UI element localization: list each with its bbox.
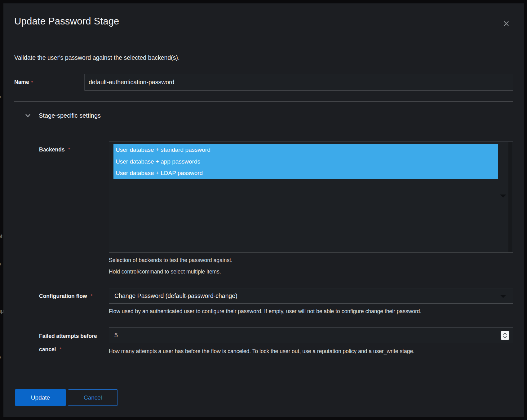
name-input[interactable]	[84, 74, 513, 90]
chevron-up-icon	[503, 333, 507, 335]
backends-multiselect[interactable]: User database + standard password User d…	[109, 141, 513, 252]
background-text-fragment: ti	[0, 139, 3, 147]
number-stepper[interactable]	[501, 331, 509, 340]
listbox-scrollbar[interactable]	[508, 142, 512, 252]
failed-attempts-input[interactable]	[109, 327, 513, 343]
update-button[interactable]: Update	[15, 389, 66, 406]
backend-option[interactable]: User database + LDAP password	[113, 167, 498, 179]
caret-down-icon	[500, 195, 506, 198]
stage-specific-settings-toggle[interactable]: Stage-specific settings	[22, 110, 101, 121]
backend-option[interactable]: User database + standard password	[113, 144, 498, 156]
update-password-stage-modal: Update Password Stage Validate the user'…	[3, 3, 524, 417]
required-asterisk: *	[91, 293, 92, 298]
failed-attempts-label: Failed attempts before cancel *	[39, 330, 111, 356]
configuration-flow-help: Flow used by an authenticated user to co…	[109, 306, 421, 317]
required-asterisk: *	[69, 147, 70, 152]
name-label: Name *	[14, 74, 33, 90]
modal-title: Update Password Stage	[14, 16, 119, 27]
modal-description: Validate the user's password against the…	[14, 53, 179, 62]
failed-attempts-help: How many attempts a user has before the …	[109, 346, 414, 357]
configuration-flow-select[interactable]: Change Password (default-password-change…	[109, 288, 513, 304]
section-title: Stage-specific settings	[39, 112, 101, 119]
caret-down-icon	[500, 295, 506, 298]
close-icon	[503, 20, 510, 27]
backends-help: Selection of backends to test the passwo…	[109, 255, 232, 278]
background-text-fragment: ot	[0, 233, 3, 240]
backends-label: Backends *	[39, 147, 70, 153]
backend-option[interactable]: User database + app passwords	[113, 156, 498, 168]
divider	[14, 101, 513, 102]
cancel-button[interactable]: Cancel	[68, 389, 118, 406]
required-asterisk: *	[31, 80, 33, 85]
required-asterisk: *	[60, 346, 61, 352]
background-text-fragment: up	[0, 307, 3, 315]
close-button[interactable]	[500, 18, 512, 29]
background-text-fragment: p	[0, 260, 3, 268]
failed-attempts-field	[109, 327, 513, 343]
configuration-flow-label: Configuration flow *	[39, 293, 92, 300]
background-text-fragment: o	[0, 93, 3, 100]
background-text-fragment: o	[0, 353, 3, 361]
chevron-down-icon	[25, 114, 31, 117]
chevron-down-icon	[503, 336, 507, 338]
